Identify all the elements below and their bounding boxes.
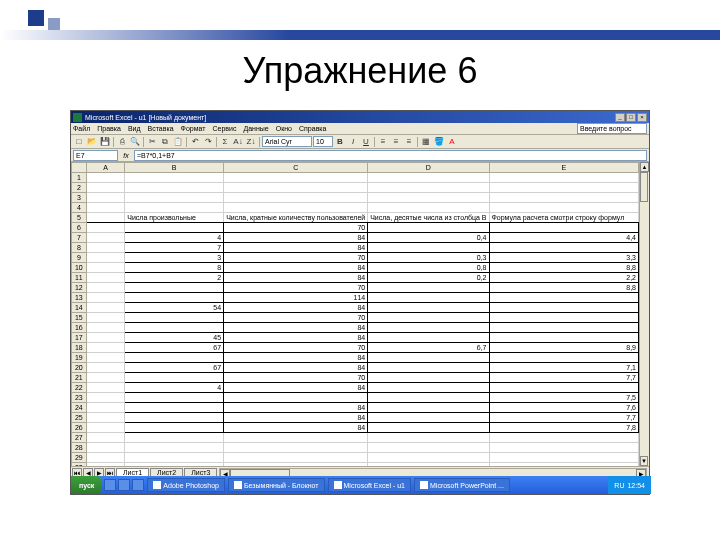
print-icon[interactable]: ⎙ (116, 136, 128, 148)
cell-B14[interactable]: 54 (125, 303, 224, 313)
row-header[interactable]: 17 (72, 333, 87, 343)
taskbar-task[interactable]: Microsoft PowerPoint ... (414, 478, 510, 492)
fontsize-combo[interactable]: 10 (313, 136, 333, 147)
cell-A5[interactable] (86, 213, 125, 223)
col-header-C[interactable]: C (224, 163, 368, 173)
cell-C18[interactable]: 70 (224, 343, 368, 353)
italic-icon[interactable]: I (347, 136, 359, 148)
cell-D16[interactable] (368, 323, 489, 333)
cell-E27[interactable] (489, 433, 638, 443)
cell-E23[interactable]: 7,5 (489, 393, 638, 403)
lang-indicator[interactable]: RU (614, 482, 624, 489)
cell-E28[interactable] (489, 443, 638, 453)
system-tray[interactable]: RU 12:54 (608, 476, 651, 494)
cell-D29[interactable] (368, 453, 489, 463)
cell-D25[interactable] (368, 413, 489, 423)
col-header-B[interactable]: B (125, 163, 224, 173)
cell-B29[interactable] (125, 453, 224, 463)
cell-B27[interactable] (125, 433, 224, 443)
row-header[interactable]: 9 (72, 253, 87, 263)
select-all[interactable] (72, 163, 87, 173)
start-button[interactable]: пуск (71, 476, 102, 494)
cell-C3[interactable] (224, 193, 368, 203)
cell-E22[interactable] (489, 383, 638, 393)
cell-D27[interactable] (368, 433, 489, 443)
cell-C25[interactable]: 84 (224, 413, 368, 423)
cell-A2[interactable] (86, 183, 125, 193)
taskbar-task[interactable]: Microsoft Excel - u1 (328, 478, 411, 492)
vertical-scrollbar[interactable]: ▲ ▼ (639, 162, 649, 466)
cell-C24[interactable]: 84 (224, 403, 368, 413)
cell-E12[interactable]: 8,8 (489, 283, 638, 293)
cell-C11[interactable]: 84 (224, 273, 368, 283)
open-icon[interactable]: 📂 (86, 136, 98, 148)
cell-C1[interactable] (224, 173, 368, 183)
cell-E29[interactable] (489, 453, 638, 463)
cell-E13[interactable] (489, 293, 638, 303)
cell-C21[interactable]: 70 (224, 373, 368, 383)
cell-D22[interactable] (368, 383, 489, 393)
font-combo[interactable]: Arial Cyr (262, 136, 312, 147)
menu-window[interactable]: Окно (276, 125, 292, 132)
cell-C17[interactable]: 84 (224, 333, 368, 343)
menu-insert[interactable]: Вставка (148, 125, 174, 132)
row-header[interactable]: 29 (72, 453, 87, 463)
quicklaunch-icon[interactable] (118, 479, 130, 491)
cell-E4[interactable] (489, 203, 638, 213)
cell-D11[interactable]: 0,2 (368, 273, 489, 283)
row-header[interactable]: 10 (72, 263, 87, 273)
bold-icon[interactable]: B (334, 136, 346, 148)
cell-C6[interactable]: 70 (224, 223, 368, 233)
cell-E2[interactable] (489, 183, 638, 193)
paste-icon[interactable]: 📋 (172, 136, 184, 148)
cell-B10[interactable]: 8 (125, 263, 224, 273)
quicklaunch-icon[interactable] (104, 479, 116, 491)
cell-D24[interactable] (368, 403, 489, 413)
scroll-thumb[interactable] (640, 172, 648, 202)
row-header[interactable]: 21 (72, 373, 87, 383)
cell-B17[interactable]: 45 (125, 333, 224, 343)
cell-E10[interactable]: 8,8 (489, 263, 638, 273)
cell-C2[interactable] (224, 183, 368, 193)
undo-icon[interactable]: ↶ (189, 136, 201, 148)
cell-C13[interactable]: 114 (224, 293, 368, 303)
cell-B15[interactable] (125, 313, 224, 323)
cell-A19[interactable] (86, 353, 125, 363)
row-header[interactable]: 25 (72, 413, 87, 423)
cell-E21[interactable]: 7,7 (489, 373, 638, 383)
row-header[interactable]: 22 (72, 383, 87, 393)
cell-B18[interactable]: 67 (125, 343, 224, 353)
cell-A17[interactable] (86, 333, 125, 343)
align-right-icon[interactable]: ≡ (403, 136, 415, 148)
menu-format[interactable]: Формат (181, 125, 206, 132)
cell-C30[interactable] (224, 463, 368, 467)
cell-C5[interactable]: Числа, кратные количеству пользователей (224, 213, 368, 223)
cell-D21[interactable] (368, 373, 489, 383)
cell-C14[interactable]: 84 (224, 303, 368, 313)
titlebar[interactable]: Microsoft Excel - u1 [Новый документ] _ … (71, 111, 649, 123)
cell-D10[interactable]: 0,8 (368, 263, 489, 273)
cell-C23[interactable] (224, 393, 368, 403)
cell-A4[interactable] (86, 203, 125, 213)
row-header[interactable]: 2 (72, 183, 87, 193)
align-center-icon[interactable]: ≡ (390, 136, 402, 148)
cell-A14[interactable] (86, 303, 125, 313)
row-header[interactable]: 24 (72, 403, 87, 413)
row-header[interactable]: 26 (72, 423, 87, 433)
cell-A11[interactable] (86, 273, 125, 283)
cell-A26[interactable] (86, 423, 125, 433)
scroll-down-icon[interactable]: ▼ (640, 456, 648, 466)
cell-B12[interactable] (125, 283, 224, 293)
row-header[interactable]: 28 (72, 443, 87, 453)
cell-A21[interactable] (86, 373, 125, 383)
fillcolor-icon[interactable]: 🪣 (433, 136, 445, 148)
col-header-D[interactable]: D (368, 163, 489, 173)
cell-A15[interactable] (86, 313, 125, 323)
cell-D12[interactable] (368, 283, 489, 293)
cell-E11[interactable]: 2,2 (489, 273, 638, 283)
cell-B11[interactable]: 2 (125, 273, 224, 283)
row-header[interactable]: 13 (72, 293, 87, 303)
sum-icon[interactable]: Σ (219, 136, 231, 148)
row-header[interactable]: 16 (72, 323, 87, 333)
row-header[interactable]: 11 (72, 273, 87, 283)
